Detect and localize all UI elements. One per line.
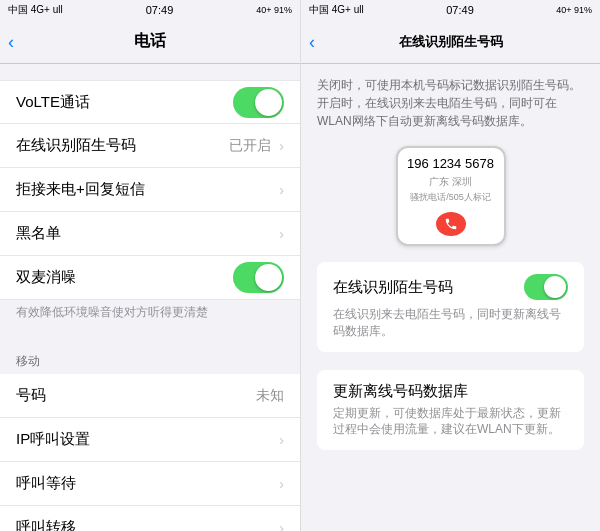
left-nav-bar: ‹ 电话 — [0, 20, 300, 64]
call-location: 广东 深圳 — [429, 175, 472, 189]
call-end-button — [436, 212, 466, 236]
cell-fwd-arrow-icon: › — [279, 520, 284, 532]
cell-online-id-value: 已开启 — [229, 137, 271, 155]
update-cell: 更新离线号码数据库 定期更新，可使数据库处于最新状态，更新过程中会使用流量，建议… — [317, 370, 584, 451]
left-chevron-icon: ‹ — [8, 33, 14, 51]
cell-number-label: 号码 — [16, 386, 46, 405]
mobile-section-header: 移动 — [0, 345, 300, 374]
right-back-button[interactable]: ‹ — [309, 33, 315, 51]
left-time: 07:49 — [146, 4, 174, 16]
cell-online-id-arrow-icon: › — [279, 138, 284, 154]
online-id-cell-title: 在线识别陌生号码 — [333, 278, 453, 297]
cell-noise[interactable]: 双麦消噪 — [0, 256, 300, 300]
cell-wait-arrow-icon: › — [279, 476, 284, 492]
cell-blacklist-label: 黑名单 — [16, 224, 61, 243]
noise-toggle-knob — [255, 264, 282, 291]
online-id-cell-top: 在线识别陌生号码 — [333, 274, 568, 300]
left-status-bar: 中国 4G+ ull 07:49 40+ 91% — [0, 0, 300, 20]
left-nav-title: 电话 — [134, 31, 166, 52]
left-status-right: 40+ 91% — [256, 5, 292, 15]
noise-subtitle: 有效降低环境噪音使对方听得更清楚 — [0, 300, 300, 329]
right-status-left: 中国 4G+ ull — [309, 3, 364, 17]
right-nav-title: 在线识别陌生号码 — [399, 33, 503, 51]
right-screen: 中国 4G+ ull 07:49 40+ 91% ‹ 在线识别陌生号码 关闭时，… — [300, 0, 600, 531]
right-status-bar: 中国 4G+ ull 07:49 40+ 91% — [301, 0, 600, 20]
left-section-main: VoLTE通话 在线识别陌生号码 已开启 › 拒接来电+回复短信 › 黑名单 › — [0, 80, 300, 300]
call-description: 骚扰电话/505人标记 — [410, 191, 491, 204]
left-content: VoLTE通话 在线识别陌生号码 已开启 › 拒接来电+回复短信 › 黑名单 › — [0, 64, 300, 531]
online-id-cell: 在线识别陌生号码 在线识别来去电陌生号码，同时更新离线号码数据库。 — [317, 262, 584, 352]
cell-volte[interactable]: VoLTE通话 — [0, 80, 300, 124]
phone-mockup: 196 1234 5678 广东 深圳 骚扰电话/505人标记 — [317, 146, 584, 246]
left-status-left: 中国 4G+ ull — [8, 3, 63, 17]
call-number: 196 1234 5678 — [407, 156, 494, 171]
cell-reject-call[interactable]: 拒接来电+回复短信 › — [0, 168, 300, 212]
cell-wait-label: 呼叫等待 — [16, 474, 76, 493]
left-section-mobile: 移动 号码 未知 IP呼叫设置 › 呼叫等待 › 呼叫转移 › 呼叫限制 — [0, 345, 300, 531]
cell-ip-call[interactable]: IP呼叫设置 › — [0, 418, 300, 462]
phone-frame: 196 1234 5678 广东 深圳 骚扰电话/505人标记 — [396, 146, 506, 246]
noise-toggle[interactable] — [233, 262, 284, 293]
right-chevron-icon: ‹ — [309, 33, 315, 51]
online-id-cell-desc: 在线识别来去电陌生号码，同时更新离线号码数据库。 — [333, 306, 568, 340]
right-content: 关闭时，可使用本机号码标记数据识别陌生号码。开启时，在线识别来去电陌生号码，同时… — [301, 64, 600, 531]
update-cell-desc: 定期更新，可使数据库处于最新状态，更新过程中会使用流量，建议在WLAN下更新。 — [333, 405, 568, 439]
right-status-right: 40+ 91% — [556, 5, 592, 15]
volte-toggle[interactable] — [233, 87, 284, 118]
cell-ip-arrow-icon: › — [279, 432, 284, 448]
cell-number[interactable]: 号码 未知 — [0, 374, 300, 418]
left-signal: 中国 4G+ ull — [8, 3, 63, 17]
right-nav-bar: ‹ 在线识别陌生号码 — [301, 20, 600, 64]
cell-call-fwd[interactable]: 呼叫转移 › — [0, 506, 300, 531]
right-time: 07:49 — [446, 4, 474, 16]
right-signal: 中国 4G+ ull — [309, 3, 364, 17]
left-screen: 中国 4G+ ull 07:49 40+ 91% ‹ 电话 VoLTE通话 在线… — [0, 0, 300, 531]
cell-fwd-label: 呼叫转移 — [16, 518, 76, 531]
right-battery: 40+ 91% — [556, 5, 592, 15]
cell-volte-label: VoLTE通话 — [16, 93, 90, 112]
cell-reject-arrow-icon: › — [279, 182, 284, 198]
right-description: 关闭时，可使用本机号码标记数据识别陌生号码。开启时，在线识别来去电陌生号码，同时… — [317, 76, 584, 130]
left-back-button[interactable]: ‹ — [8, 33, 14, 51]
online-id-toggle[interactable] — [524, 274, 568, 300]
cell-blacklist[interactable]: 黑名单 › — [0, 212, 300, 256]
cell-ip-label: IP呼叫设置 — [16, 430, 90, 449]
cell-blacklist-arrow-icon: › — [279, 226, 284, 242]
update-cell-title: 更新离线号码数据库 — [333, 382, 568, 401]
cell-noise-label: 双麦消噪 — [16, 268, 76, 287]
left-battery: 40+ 91% — [256, 5, 292, 15]
cell-reject-label: 拒接来电+回复短信 — [16, 180, 145, 199]
online-id-toggle-knob — [544, 276, 566, 298]
cell-online-id-right: 已开启 › — [229, 137, 284, 155]
cell-online-id-label: 在线识别陌生号码 — [16, 136, 136, 155]
cell-call-wait[interactable]: 呼叫等待 › — [0, 462, 300, 506]
cell-number-value: 未知 — [256, 387, 284, 405]
volte-toggle-knob — [255, 89, 282, 116]
cell-number-right: 未知 — [256, 387, 284, 405]
cell-online-id[interactable]: 在线识别陌生号码 已开启 › — [0, 124, 300, 168]
phone-end-icon — [444, 217, 458, 231]
